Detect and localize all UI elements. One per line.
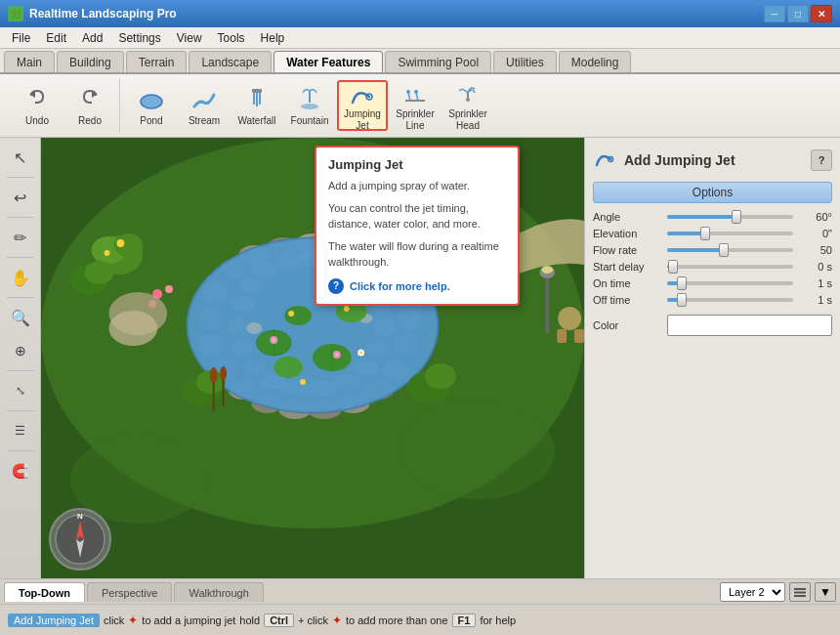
- left-toolbar-separator-2: [7, 217, 34, 218]
- svg-point-84: [273, 357, 303, 378]
- menu-settings[interactable]: Settings: [110, 29, 168, 47]
- status-text-6: for help: [480, 614, 516, 626]
- waterfall-button[interactable]: Waterfall: [231, 80, 282, 131]
- svg-point-103: [165, 285, 173, 293]
- maximize-button[interactable]: □: [787, 5, 809, 22]
- layer-select[interactable]: Layer 1 Layer 2 Layer 3: [720, 582, 785, 602]
- svg-rect-109: [545, 275, 549, 333]
- svg-point-31: [85, 261, 114, 284]
- tab-water-features[interactable]: Water Features: [273, 51, 383, 72]
- menu-tools[interactable]: Tools: [210, 29, 253, 47]
- tab-modeling[interactable]: Modeling: [559, 51, 632, 72]
- tab-utilities[interactable]: Utilities: [493, 51, 557, 72]
- elevation-row: Elevation 0": [593, 228, 832, 239]
- close-button[interactable]: ✕: [811, 5, 832, 22]
- tab-main[interactable]: Main: [4, 51, 55, 72]
- svg-point-97: [210, 367, 218, 383]
- jumping-jet-icon: [347, 79, 378, 108]
- menu-help[interactable]: Help: [253, 29, 293, 47]
- tooltip-text-2: You can control the jet timing, distance…: [328, 200, 506, 233]
- elevation-label: Elevation: [593, 228, 663, 239]
- jumping-jet-button[interactable]: JumpingJet: [337, 80, 388, 131]
- select-tool-button[interactable]: ↖: [5, 142, 36, 173]
- status-bar: Add Jumping Jet click ✦ to add a jumping…: [0, 604, 840, 635]
- waterfall-icon: [241, 84, 273, 115]
- view-tab-perspective[interactable]: Perspective: [87, 582, 172, 602]
- svg-point-90: [300, 379, 306, 385]
- undo-icon: [21, 84, 53, 115]
- sprinkler-head-label: SprinklerHead: [448, 108, 486, 132]
- layer-settings-button[interactable]: [789, 582, 811, 602]
- svg-point-17: [466, 98, 470, 102]
- flow-rate-label: Flow rate: [593, 244, 663, 256]
- start-delay-row: Start delay 0 s: [593, 261, 832, 273]
- view-tabs-bar: Top-Down Perspective Walkthrough Layer 1…: [0, 578, 840, 604]
- sprinkler-head-button[interactable]: SprinklerHead: [442, 80, 493, 131]
- left-toolbar: ↖ ↩ ✏ ✋ 🔍 ⊕ ⤡ ☰ 🧲: [0, 138, 41, 578]
- svg-rect-113: [557, 329, 567, 343]
- redo-button[interactable]: Redo: [64, 80, 115, 131]
- view-tab-walkthrough[interactable]: Walkthrough: [174, 582, 263, 602]
- svg-point-88: [335, 353, 339, 357]
- layers-button[interactable]: ☰: [5, 415, 36, 446]
- sprinkler-line-label: SprinklerLine: [396, 108, 434, 132]
- svg-point-75: [246, 322, 262, 334]
- snap-button[interactable]: 🧲: [5, 455, 36, 487]
- app-icon: 🌿: [8, 6, 23, 21]
- menu-edit[interactable]: Edit: [38, 29, 74, 47]
- menu-file[interactable]: File: [4, 29, 38, 47]
- tab-swimming-pool[interactable]: Swimming Pool: [385, 51, 491, 72]
- svg-point-86: [272, 338, 275, 342]
- elevation-slider[interactable]: [667, 232, 793, 235]
- menu-add[interactable]: Add: [74, 29, 110, 47]
- title-bar: 🌿 Realtime Landscaping Pro ─ □ ✕: [0, 0, 840, 27]
- tab-terrain[interactable]: Terrain: [126, 51, 188, 72]
- redo-icon: [74, 84, 105, 115]
- toolbar-group-undoredo: Undo Redo: [8, 79, 120, 133]
- svg-point-93: [359, 352, 362, 355]
- sprinkler-line-button[interactable]: SprinklerLine: [390, 80, 441, 131]
- svg-line-13: [416, 93, 418, 101]
- tooltip-text-3: The water will flow during a realtime wa…: [328, 238, 506, 271]
- angle-label: Angle: [593, 211, 663, 223]
- app-title: Realtime Landscaping Pro: [29, 7, 764, 21]
- color-swatch[interactable]: [667, 315, 832, 336]
- start-delay-label: Start delay: [593, 261, 663, 273]
- tab-building[interactable]: Building: [57, 51, 124, 72]
- pan-tool-button[interactable]: ✋: [5, 262, 36, 293]
- pond-button[interactable]: Pond: [126, 80, 177, 131]
- canvas-area[interactable]: Jumping Jet Add a jumping spray of water…: [41, 138, 584, 578]
- undo-button[interactable]: Undo: [12, 80, 63, 131]
- layer-down-button[interactable]: ▼: [815, 582, 836, 602]
- zoom-tool-button[interactable]: 🔍: [5, 302, 36, 333]
- tab-landscape[interactable]: Landscape: [189, 51, 272, 72]
- fountain-button[interactable]: Fountain: [284, 80, 335, 131]
- menu-view[interactable]: View: [169, 29, 210, 47]
- minimize-button[interactable]: ─: [764, 5, 785, 22]
- view-tab-topdown[interactable]: Top-Down: [4, 582, 85, 602]
- panel-title: Add Jumping Jet: [624, 152, 803, 168]
- undo-tool-button[interactable]: ↩: [5, 182, 36, 213]
- flow-rate-slider[interactable]: [667, 248, 793, 252]
- pond-icon: [136, 84, 167, 115]
- svg-point-99: [220, 366, 227, 380]
- stream-button[interactable]: Stream: [179, 80, 230, 131]
- stream-label: Stream: [189, 115, 220, 127]
- off-time-slider[interactable]: [667, 298, 793, 302]
- tooltip-help-link[interactable]: ? Click for more help.: [328, 278, 506, 294]
- zoom-in-button[interactable]: ⊕: [5, 335, 36, 366]
- svg-point-15: [414, 90, 418, 94]
- left-toolbar-separator-4: [7, 297, 34, 298]
- zoom-rect-button[interactable]: ⤡: [5, 375, 36, 406]
- angle-slider[interactable]: [667, 215, 793, 219]
- panel-help-button[interactable]: ?: [811, 149, 832, 171]
- left-toolbar-separator-7: [7, 450, 34, 451]
- svg-rect-114: [574, 329, 584, 343]
- status-text-3: hold: [239, 614, 260, 626]
- toolbar: Undo Redo Pond Stream: [0, 74, 840, 138]
- on-time-slider[interactable]: [667, 281, 793, 285]
- start-delay-slider[interactable]: [667, 265, 793, 269]
- menu-bar: File Edit Add Settings View Tools Help: [0, 27, 840, 49]
- status-text-2: to add a jumping jet: [142, 614, 235, 626]
- draw-tool-button[interactable]: ✏: [5, 222, 36, 253]
